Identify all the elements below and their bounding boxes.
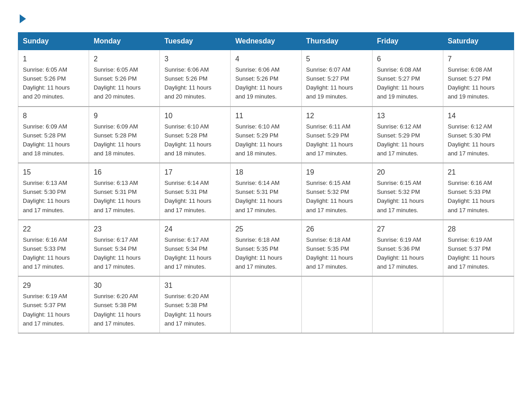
calendar-cell: 24Sunrise: 6:17 AMSunset: 5:34 PMDayligh… — [160, 220, 231, 277]
day-info: Sunrise: 6:10 AMSunset: 5:29 PMDaylight:… — [235, 122, 296, 158]
calendar-cell: 23Sunrise: 6:17 AMSunset: 5:34 PMDayligh… — [89, 220, 160, 277]
day-info: Sunrise: 6:08 AMSunset: 5:27 PMDaylight:… — [448, 65, 509, 102]
day-info: Sunrise: 6:14 AMSunset: 5:31 PMDaylight:… — [235, 179, 296, 215]
calendar-cell: 25Sunrise: 6:18 AMSunset: 5:35 PMDayligh… — [231, 220, 301, 277]
calendar-cell: 8Sunrise: 6:09 AMSunset: 5:28 PMDaylight… — [18, 107, 89, 163]
calendar-cell: 9Sunrise: 6:09 AMSunset: 5:28 PMDaylight… — [89, 107, 160, 163]
day-info: Sunrise: 6:14 AMSunset: 5:31 PMDaylight:… — [164, 179, 226, 215]
day-number: 23 — [94, 224, 155, 235]
day-number: 2 — [94, 54, 155, 64]
day-info: Sunrise: 6:15 AMSunset: 5:32 PMDaylight:… — [306, 179, 368, 215]
day-info: Sunrise: 6:13 AMSunset: 5:31 PMDaylight:… — [94, 179, 155, 215]
day-number: 5 — [306, 54, 368, 64]
calendar-table: SundayMondayTuesdayWednesdayThursdayFrid… — [18, 32, 514, 334]
day-info: Sunrise: 6:19 AMSunset: 5:36 PMDaylight:… — [377, 235, 438, 272]
day-number: 3 — [164, 54, 226, 64]
day-info: Sunrise: 6:15 AMSunset: 5:32 PMDaylight:… — [377, 179, 438, 215]
week-row-4: 22Sunrise: 6:16 AMSunset: 5:33 PMDayligh… — [18, 220, 514, 277]
day-info: Sunrise: 6:13 AMSunset: 5:30 PMDaylight:… — [23, 179, 84, 215]
day-info: Sunrise: 6:19 AMSunset: 5:37 PMDaylight:… — [448, 235, 509, 272]
calendar-cell — [372, 276, 443, 333]
calendar-header-row: SundayMondayTuesdayWednesdayThursdayFrid… — [18, 33, 514, 50]
calendar-cell: 19Sunrise: 6:15 AMSunset: 5:32 PMDayligh… — [301, 163, 372, 220]
weekday-header-tuesday: Tuesday — [160, 33, 231, 50]
day-number: 21 — [448, 167, 509, 178]
calendar-cell: 21Sunrise: 6:16 AMSunset: 5:33 PMDayligh… — [443, 163, 514, 220]
calendar-cell: 14Sunrise: 6:12 AMSunset: 5:30 PMDayligh… — [443, 107, 514, 163]
day-info: Sunrise: 6:06 AMSunset: 5:26 PMDaylight:… — [235, 65, 296, 102]
weekday-header-thursday: Thursday — [301, 33, 372, 50]
day-number: 10 — [164, 111, 226, 121]
logo — [18, 13, 26, 23]
day-info: Sunrise: 6:12 AMSunset: 5:30 PMDaylight:… — [448, 122, 509, 158]
day-info: Sunrise: 6:18 AMSunset: 5:35 PMDaylight:… — [306, 235, 368, 272]
day-number: 24 — [164, 224, 226, 235]
day-number: 28 — [448, 224, 509, 235]
calendar-cell: 1Sunrise: 6:05 AMSunset: 5:26 PMDaylight… — [18, 50, 89, 107]
day-number: 4 — [235, 54, 296, 64]
calendar-cell: 22Sunrise: 6:16 AMSunset: 5:33 PMDayligh… — [18, 220, 89, 277]
day-number: 18 — [235, 167, 296, 178]
day-number: 19 — [306, 167, 368, 178]
weekday-header-friday: Friday — [372, 33, 443, 50]
day-info: Sunrise: 6:06 AMSunset: 5:26 PMDaylight:… — [164, 65, 226, 102]
calendar-cell: 10Sunrise: 6:10 AMSunset: 5:28 PMDayligh… — [160, 107, 231, 163]
calendar-cell: 3Sunrise: 6:06 AMSunset: 5:26 PMDaylight… — [160, 50, 231, 107]
day-number: 8 — [23, 111, 84, 121]
calendar-cell — [301, 276, 372, 333]
day-info: Sunrise: 6:09 AMSunset: 5:28 PMDaylight:… — [94, 122, 155, 158]
calendar-cell: 12Sunrise: 6:11 AMSunset: 5:29 PMDayligh… — [301, 107, 372, 163]
day-info: Sunrise: 6:10 AMSunset: 5:28 PMDaylight:… — [164, 122, 226, 158]
day-info: Sunrise: 6:07 AMSunset: 5:27 PMDaylight:… — [306, 65, 368, 102]
day-number: 12 — [306, 111, 368, 121]
calendar-cell: 27Sunrise: 6:19 AMSunset: 5:36 PMDayligh… — [372, 220, 443, 277]
calendar-cell: 17Sunrise: 6:14 AMSunset: 5:31 PMDayligh… — [160, 163, 231, 220]
day-number: 11 — [235, 111, 296, 121]
calendar-cell — [231, 276, 301, 333]
calendar-cell: 11Sunrise: 6:10 AMSunset: 5:29 PMDayligh… — [231, 107, 301, 163]
day-number: 14 — [448, 111, 509, 121]
calendar-cell: 20Sunrise: 6:15 AMSunset: 5:32 PMDayligh… — [372, 163, 443, 220]
logo-arrow-icon — [20, 14, 26, 23]
day-info: Sunrise: 6:16 AMSunset: 5:33 PMDaylight:… — [23, 235, 84, 272]
day-number: 6 — [377, 54, 438, 64]
day-number: 7 — [448, 54, 509, 64]
day-number: 13 — [377, 111, 438, 121]
day-info: Sunrise: 6:17 AMSunset: 5:34 PMDaylight:… — [94, 235, 155, 272]
day-info: Sunrise: 6:17 AMSunset: 5:34 PMDaylight:… — [164, 235, 226, 272]
day-info: Sunrise: 6:09 AMSunset: 5:28 PMDaylight:… — [23, 122, 84, 158]
day-number: 1 — [23, 54, 84, 64]
calendar-cell: 31Sunrise: 6:20 AMSunset: 5:38 PMDayligh… — [160, 276, 231, 333]
day-info: Sunrise: 6:12 AMSunset: 5:29 PMDaylight:… — [377, 122, 438, 158]
weekday-header-wednesday: Wednesday — [231, 33, 301, 50]
week-row-2: 8Sunrise: 6:09 AMSunset: 5:28 PMDaylight… — [18, 107, 514, 163]
calendar-cell — [443, 276, 514, 333]
day-info: Sunrise: 6:05 AMSunset: 5:26 PMDaylight:… — [94, 65, 155, 102]
day-info: Sunrise: 6:19 AMSunset: 5:37 PMDaylight:… — [23, 292, 84, 328]
calendar-cell: 29Sunrise: 6:19 AMSunset: 5:37 PMDayligh… — [18, 276, 89, 333]
week-row-3: 15Sunrise: 6:13 AMSunset: 5:30 PMDayligh… — [18, 163, 514, 220]
day-number: 22 — [23, 224, 84, 235]
day-number: 26 — [306, 224, 368, 235]
calendar-cell: 6Sunrise: 6:08 AMSunset: 5:27 PMDaylight… — [372, 50, 443, 107]
weekday-header-monday: Monday — [89, 33, 160, 50]
day-number: 27 — [377, 224, 438, 235]
day-info: Sunrise: 6:20 AMSunset: 5:38 PMDaylight:… — [94, 292, 155, 328]
calendar-cell: 5Sunrise: 6:07 AMSunset: 5:27 PMDaylight… — [301, 50, 372, 107]
day-info: Sunrise: 6:11 AMSunset: 5:29 PMDaylight:… — [306, 122, 368, 158]
day-number: 9 — [94, 111, 155, 121]
day-number: 29 — [23, 280, 84, 291]
calendar-cell: 26Sunrise: 6:18 AMSunset: 5:35 PMDayligh… — [301, 220, 372, 277]
day-info: Sunrise: 6:18 AMSunset: 5:35 PMDaylight:… — [235, 235, 296, 272]
calendar-cell: 13Sunrise: 6:12 AMSunset: 5:29 PMDayligh… — [372, 107, 443, 163]
page-header — [18, 13, 514, 23]
day-number: 20 — [377, 167, 438, 178]
day-info: Sunrise: 6:20 AMSunset: 5:38 PMDaylight:… — [164, 292, 226, 328]
day-number: 17 — [164, 167, 226, 178]
day-info: Sunrise: 6:08 AMSunset: 5:27 PMDaylight:… — [377, 65, 438, 102]
calendar-cell: 7Sunrise: 6:08 AMSunset: 5:27 PMDaylight… — [443, 50, 514, 107]
day-number: 30 — [94, 280, 155, 291]
day-info: Sunrise: 6:05 AMSunset: 5:26 PMDaylight:… — [23, 65, 84, 102]
day-number: 25 — [235, 224, 296, 235]
calendar-cell: 30Sunrise: 6:20 AMSunset: 5:38 PMDayligh… — [89, 276, 160, 333]
